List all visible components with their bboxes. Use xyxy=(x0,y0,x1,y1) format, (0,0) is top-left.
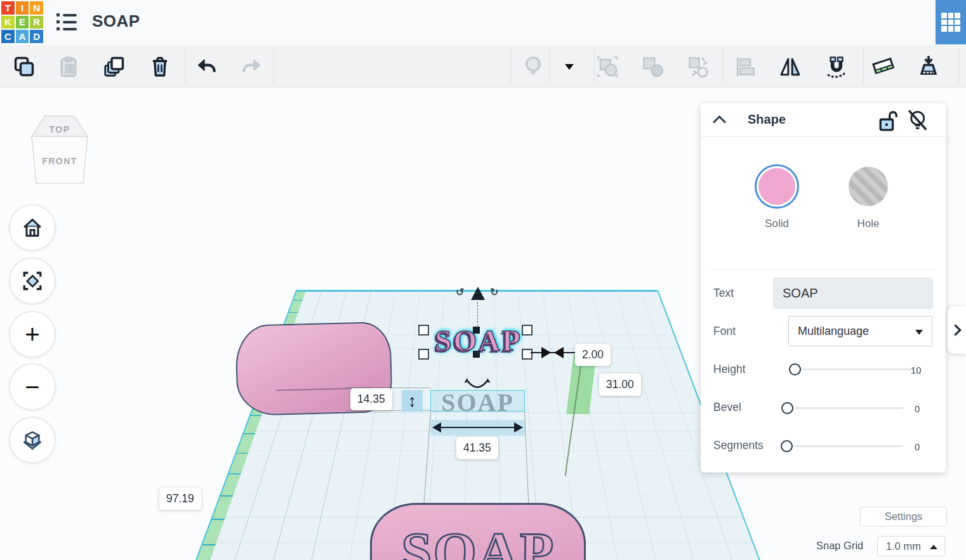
bevel-slider-track[interactable] xyxy=(788,407,903,409)
font-field-label: Font xyxy=(713,325,736,338)
solid-color-preview xyxy=(758,168,795,205)
view-cube[interactable]: TOP FRONT xyxy=(29,114,90,188)
font-select-value: Multilanguage xyxy=(798,325,869,337)
apps-grid-icon xyxy=(941,13,960,32)
arrowhead-right-icon xyxy=(514,422,523,433)
rotate-arc-icon[interactable] xyxy=(463,376,492,393)
rotate-arrow-left-icon[interactable]: ↺ xyxy=(456,286,464,298)
edge-handle-bottom[interactable] xyxy=(473,351,480,358)
bevel-value[interactable]: 0 xyxy=(915,403,920,414)
dim-elevation-label[interactable]: 31.00 xyxy=(599,374,641,396)
scale-handle-bottom-right[interactable] xyxy=(522,349,533,360)
height-handle-bowtie-left[interactable] xyxy=(541,347,551,358)
logo-tile: D xyxy=(30,30,43,43)
logo-tile: I xyxy=(16,1,29,15)
dim-depth-label[interactable]: 14.35 xyxy=(350,388,392,410)
perspective-cube-icon xyxy=(20,428,44,452)
logo-tile: E xyxy=(16,16,29,29)
hole-material-swatch[interactable] xyxy=(849,167,888,206)
logo-tile: R xyxy=(30,16,43,29)
segments-slider-knob[interactable] xyxy=(781,440,793,452)
duplicate-button[interactable] xyxy=(101,53,128,80)
solid-material-swatch[interactable] xyxy=(755,164,799,209)
undo-button[interactable] xyxy=(193,53,220,80)
segments-slider-track[interactable] xyxy=(787,445,903,447)
perspective-toggle-button[interactable] xyxy=(9,417,56,464)
panel-divider xyxy=(711,270,936,270)
align-button xyxy=(732,53,759,80)
height-slider-label: Height xyxy=(713,363,746,376)
height-handle-bowtie-right[interactable] xyxy=(554,347,564,358)
panel-title: Shape xyxy=(748,112,786,127)
rotate-arrow-right-icon[interactable]: ↻ xyxy=(490,286,498,298)
segments-value[interactable]: 0 xyxy=(915,441,920,452)
mirror-button[interactable] xyxy=(777,53,804,80)
text-footprint: SOAP xyxy=(430,390,525,412)
bevel-slider-label: Bevel xyxy=(713,401,741,414)
chevron-right-icon xyxy=(949,324,961,335)
height-slider-knob[interactable] xyxy=(789,363,801,375)
show-all-button xyxy=(520,53,546,80)
width-dimension-arrow[interactable] xyxy=(430,420,525,436)
dim-base-height-label[interactable]: 2.00 xyxy=(575,344,611,366)
paste-button xyxy=(55,53,82,80)
panel-expand-tab[interactable] xyxy=(948,306,966,354)
soap-engraved-text: SOAP xyxy=(371,520,585,560)
scale-handle-top-right[interactable] xyxy=(522,325,533,335)
panel-header: Shape xyxy=(701,103,946,137)
tinkercad-app: Workplane Millimeters SOAP SOAP ↕ xyxy=(0,0,966,560)
design-title[interactable]: SOAP xyxy=(92,11,140,31)
height-slider-track[interactable] xyxy=(795,368,914,370)
view-cube-front-label[interactable]: FRONT xyxy=(42,156,77,166)
scale-handle-top-left[interactable] xyxy=(418,325,429,335)
text-input[interactable]: SOAP xyxy=(773,278,933,309)
design-menu-icon[interactable] xyxy=(56,13,77,30)
bevel-slider-knob[interactable] xyxy=(781,402,793,414)
zoom-in-button[interactable]: + xyxy=(9,311,56,358)
chevron-down-icon xyxy=(915,330,923,335)
minus-icon: − xyxy=(25,374,39,400)
solid-label: Solid xyxy=(751,218,802,230)
view-cube-top-label[interactable]: TOP xyxy=(49,124,70,134)
settings-button[interactable]: Settings xyxy=(860,507,947,526)
home-view-button[interactable] xyxy=(9,204,56,251)
logo-tile: C xyxy=(1,30,15,43)
apps-grid-button[interactable] xyxy=(936,0,966,44)
home-icon xyxy=(21,216,44,239)
ungroup-button xyxy=(639,53,666,80)
tinkercad-logo[interactable]: T I N K E R C A D xyxy=(0,0,44,44)
zoom-out-button[interactable]: − xyxy=(9,363,56,410)
snap-grid-select[interactable]: 1.0 mm xyxy=(877,536,945,556)
group-button xyxy=(594,53,621,80)
scale-handle-bottom-left[interactable] xyxy=(418,349,429,360)
font-select[interactable]: Multilanguage xyxy=(788,316,932,346)
redo-button xyxy=(239,53,265,80)
dim-width-label[interactable]: 41.35 xyxy=(456,437,498,459)
show-all-dropdown-button[interactable] xyxy=(556,53,583,80)
break-apart-button xyxy=(685,53,711,80)
plus-icon: + xyxy=(25,322,39,347)
fit-view-icon xyxy=(21,270,44,292)
raise-handle-cone[interactable] xyxy=(471,287,485,300)
copy-button[interactable] xyxy=(11,53,37,80)
caret-down-icon xyxy=(565,64,574,70)
magnetic-snap-button[interactable] xyxy=(823,53,850,80)
logo-tile: T xyxy=(1,1,15,15)
drop-to-workplane-button[interactable] xyxy=(915,53,942,80)
workplane-tool-button[interactable] xyxy=(870,53,897,80)
logo-tile: K xyxy=(1,16,15,29)
edge-handle-top[interactable] xyxy=(473,327,480,334)
text-footprint-shadow: SOAP xyxy=(431,391,524,412)
lock-icon[interactable] xyxy=(877,110,899,133)
logo-tile: A xyxy=(16,30,29,43)
delete-button[interactable] xyxy=(147,53,173,80)
height-value[interactable]: 10 xyxy=(911,365,922,375)
collapse-chevron-icon[interactable] xyxy=(713,115,726,129)
soap-bar-engraved[interactable]: SOAP xyxy=(370,503,586,560)
dim-ruler-label[interactable]: 97.19 xyxy=(159,488,201,510)
fit-view-button[interactable] xyxy=(9,257,56,304)
depth-arrow-handle[interactable]: ↕ xyxy=(402,390,423,412)
hide-bulb-icon[interactable] xyxy=(905,108,929,133)
logo-tile: N xyxy=(30,1,43,15)
arrowhead-left-icon xyxy=(432,422,441,433)
